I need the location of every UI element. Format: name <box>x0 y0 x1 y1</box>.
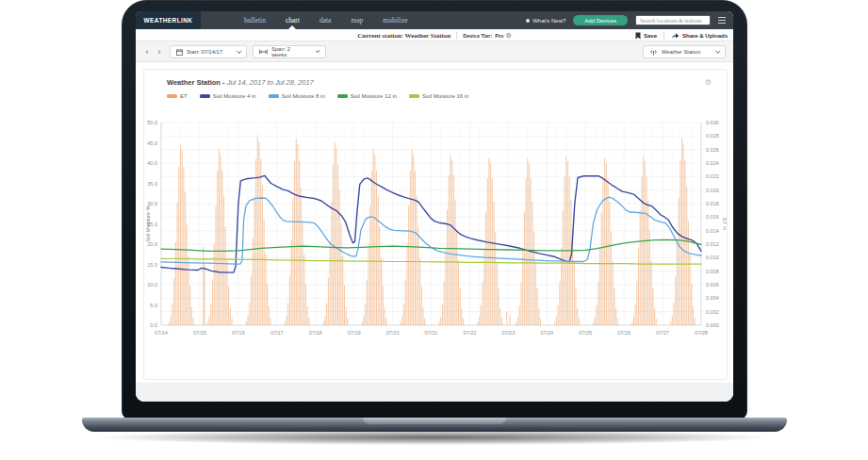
legend-item-soil-moisture-16-in[interactable]: Soil Moisture 16 in <box>409 93 468 99</box>
bookmark-icon <box>635 32 641 40</box>
start-date-dropdown[interactable]: Start: 07/14/17 <box>170 45 247 58</box>
legend-label: Soil Moisture 8 in <box>282 93 325 99</box>
tab-map[interactable]: map <box>351 11 363 29</box>
svg-text:30.0: 30.0 <box>147 201 157 206</box>
svg-text:0.018: 0.018 <box>706 201 719 206</box>
chart-toolbar: ‹ › Start: 07/14/17 Span: 2 weeks Weathe… <box>136 41 733 62</box>
antenna-icon <box>649 48 658 56</box>
svg-text:07/27: 07/27 <box>656 330 669 336</box>
svg-text:0.014: 0.014 <box>706 228 719 234</box>
svg-text:45.0: 45.0 <box>147 140 157 146</box>
span-dropdown[interactable]: Span: 2 weeks <box>253 45 326 58</box>
legend-item-soil-moisture-8-in[interactable]: Soil Moisture 8 in <box>269 93 325 99</box>
svg-text:07/23: 07/23 <box>501 330 515 336</box>
svg-text:0.012: 0.012 <box>706 241 719 247</box>
svg-text:07/28: 07/28 <box>695 330 708 336</box>
svg-text:ET in: ET in <box>722 218 727 230</box>
legend-swatch <box>200 94 210 98</box>
svg-text:35.0: 35.0 <box>147 181 157 187</box>
span-label: Span: 2 weeks <box>271 46 307 58</box>
divider <box>456 32 457 40</box>
svg-text:07/20: 07/20 <box>386 330 400 336</box>
legend-item-soil-moisture-4-in[interactable]: Soil Moisture 4 in <box>200 93 256 99</box>
plot-area: 0.0000.0020.0040.0060.0080.0100.0120.014… <box>144 107 727 379</box>
svg-text:0.022: 0.022 <box>706 173 719 179</box>
legend-item-soil-moisture-12-in[interactable]: Soil Moisture 12 in <box>337 93 397 99</box>
chart-settings-gear-icon[interactable]: ⚙ <box>705 78 712 87</box>
chart-canvas: 0.0000.0020.0040.0060.0080.0100.0120.014… <box>144 107 727 379</box>
svg-text:07/24: 07/24 <box>540 330 553 336</box>
tab-mobilize[interactable]: mobilize <box>383 11 407 29</box>
station-select-label: Weather Station <box>662 49 700 55</box>
search-input[interactable] <box>635 15 711 25</box>
current-station-label: Current station: Weather Station <box>357 32 450 40</box>
chart-legend: ETSoil Moisture 4 inSoil Moisture 8 inSo… <box>167 93 468 99</box>
prev-span-button[interactable]: ‹ <box>141 46 153 58</box>
svg-text:Soil Moisture %: Soil Moisture % <box>145 205 151 241</box>
calendar-icon <box>176 49 183 56</box>
share-upload-button[interactable]: Share & Uploads <box>671 32 728 40</box>
tab-data[interactable]: data <box>319 11 332 29</box>
legend-label: Soil Moisture 12 in <box>351 93 397 99</box>
nav-tabs: bulletinchartdatamapmobilize <box>244 11 408 29</box>
svg-text:5.0: 5.0 <box>150 303 157 308</box>
menu-icon[interactable] <box>718 17 726 24</box>
svg-text:0.026: 0.026 <box>706 147 719 153</box>
svg-text:0.0: 0.0 <box>150 322 157 328</box>
chevron-down-icon <box>316 49 320 54</box>
svg-text:07/14: 07/14 <box>155 330 168 336</box>
svg-text:07/26: 07/26 <box>617 330 631 336</box>
laptop-notch <box>363 418 506 424</box>
chevron-down-icon <box>237 49 241 54</box>
svg-text:10.0: 10.0 <box>147 282 157 288</box>
svg-text:40.0: 40.0 <box>147 160 157 166</box>
span-icon <box>259 49 268 55</box>
laptop-bezel: WEATHERLINK bulletinchartdatamapmobilize… <box>122 0 747 420</box>
svg-text:07/15: 07/15 <box>193 330 206 336</box>
legend-swatch <box>337 94 348 98</box>
tab-chart[interactable]: chart <box>286 11 300 29</box>
add-devices-button[interactable]: Add Devices <box>573 15 628 25</box>
footer-strip <box>136 383 733 402</box>
whats-new-icon <box>526 19 530 23</box>
svg-text:07/16: 07/16 <box>232 330 245 336</box>
svg-text:0.030: 0.030 <box>706 120 719 125</box>
whats-new-link[interactable]: What's New? <box>526 18 565 24</box>
legend-label: Soil Moisture 4 in <box>213 93 256 99</box>
svg-text:07/22: 07/22 <box>464 330 477 336</box>
legend-label: Soil Moisture 16 in <box>422 93 468 99</box>
legend-swatch <box>409 94 419 98</box>
nav-right: What's New? Add Devices <box>526 11 726 29</box>
tab-bulletin[interactable]: bulletin <box>244 11 266 29</box>
laptop-shadow <box>104 430 763 445</box>
svg-text:0.002: 0.002 <box>706 309 719 315</box>
svg-text:0.024: 0.024 <box>706 160 719 166</box>
next-span-button[interactable]: › <box>154 46 165 58</box>
screen: WEATHERLINK bulletinchartdatamapmobilize… <box>136 11 733 402</box>
svg-text:07/19: 07/19 <box>348 330 361 336</box>
svg-text:0.010: 0.010 <box>706 255 719 260</box>
legend-swatch <box>269 94 279 98</box>
legend-item-et[interactable]: ET <box>167 93 188 99</box>
weatherlink-logo: WEATHERLINK <box>136 11 201 29</box>
svg-text:0.006: 0.006 <box>706 282 719 288</box>
svg-text:07/18: 07/18 <box>309 330 322 336</box>
start-date-label: Start: 07/14/17 <box>187 49 222 55</box>
device-tier: Device Tier: Pro ⚙ <box>463 32 512 39</box>
station-subheader: Current station: Weather Station Device … <box>136 29 733 41</box>
legend-label: ET <box>180 93 188 99</box>
page-content: Weather Station - Jul 14, 2017 to Jul 28… <box>136 62 733 402</box>
chart-card: Weather Station - Jul 14, 2017 to Jul 28… <box>143 69 728 380</box>
svg-text:50.0: 50.0 <box>147 120 157 125</box>
divider <box>663 32 664 40</box>
svg-text:07/25: 07/25 <box>579 330 592 336</box>
chart-title: Weather Station - Jul 14, 2017 to Jul 28… <box>167 78 314 87</box>
station-dropdown[interactable]: Weather Station <box>643 45 726 58</box>
svg-text:0.020: 0.020 <box>706 188 719 193</box>
whats-new-label: What's New? <box>532 18 565 24</box>
svg-text:07/17: 07/17 <box>270 330 284 336</box>
device-tier-gear-icon[interactable]: ⚙ <box>505 32 511 39</box>
save-button[interactable]: Save <box>635 32 657 40</box>
svg-text:0.028: 0.028 <box>706 133 719 139</box>
chevron-down-icon <box>715 49 720 54</box>
